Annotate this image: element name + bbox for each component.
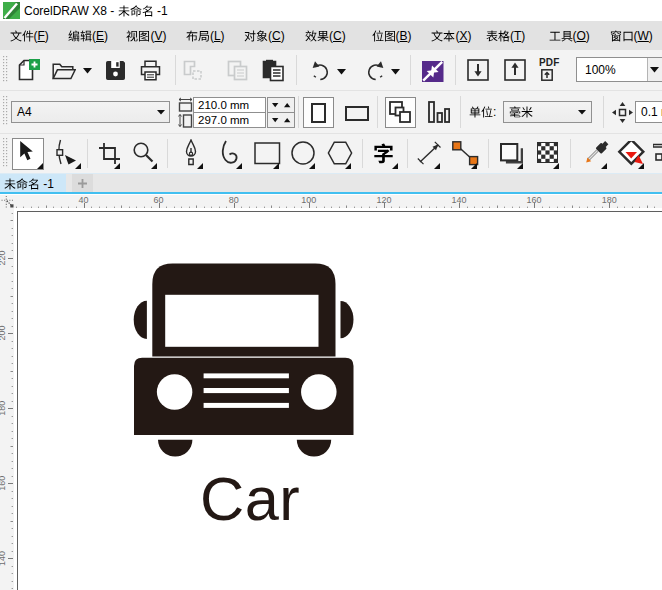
svg-text:80: 80 xyxy=(229,195,239,205)
svg-text:160: 160 xyxy=(527,195,542,205)
svg-text:60: 60 xyxy=(154,195,164,205)
svg-text:100: 100 xyxy=(301,195,316,205)
svg-text:220: 220 xyxy=(0,250,7,265)
svg-text:140: 140 xyxy=(451,195,466,205)
svg-text:40: 40 xyxy=(78,195,88,205)
svg-text:120: 120 xyxy=(376,195,391,205)
svg-text:200: 200 xyxy=(0,326,7,341)
svg-text:180: 180 xyxy=(602,195,617,205)
svg-text:140: 140 xyxy=(0,551,7,566)
svg-text:180: 180 xyxy=(0,401,7,416)
svg-text:160: 160 xyxy=(0,476,7,491)
